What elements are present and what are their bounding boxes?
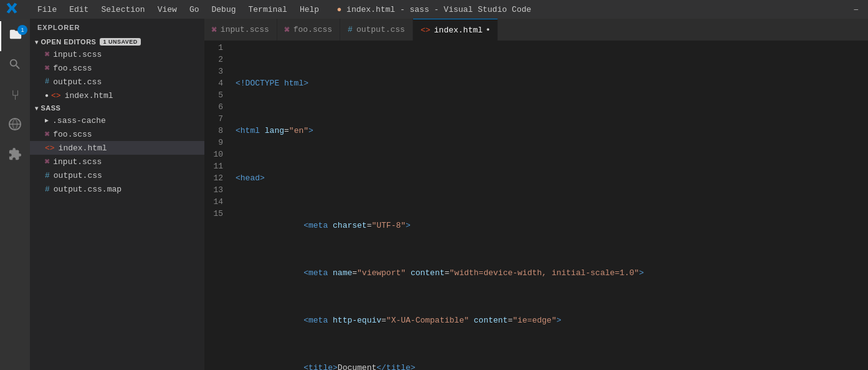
name-val: "viewport" [357,267,406,279]
http-attr: http-equiv [333,314,381,326]
sass-cache-folder[interactable]: ▶ .sass-cache [30,114,204,127]
open-editor-input-scss[interactable]: ⌘ input.scss [30,47,204,61]
sidebar: EXPLORER ▾ OPEN EDITORS 1 UNSAVED ⌘ inpu… [30,19,204,370]
file-name: foo.scss [53,64,92,73]
css-tab-icon: # [348,25,353,34]
open-editors-label: OPEN EDITORS [41,38,97,46]
line-num-2: 2 [204,54,223,66]
line-num-14: 14 [204,196,223,208]
code-line-1: <!DOCTYPE html> [229,77,868,89]
menu-go[interactable]: Go [184,4,204,16]
activity-remote[interactable] [0,111,30,141]
tab-input-scss[interactable]: ⌘ input.scss [204,19,277,41]
doctype-tag: <!DOCTYPE [236,77,284,89]
code-line-5: <meta name="viewport" content="width=dev… [229,267,868,279]
content2-attr: content [474,314,508,326]
meta2-open: <meta [303,267,333,279]
sass-section[interactable]: ▾ SASS [30,102,204,114]
open-editor-index-html[interactable]: ● <> index.html [30,89,204,102]
line-num-10: 10 [204,148,223,160]
open-editor-foo-scss[interactable]: ⌘ foo.scss [30,61,204,75]
meta3-open: <meta [303,314,333,326]
code-line-3: <head> [229,172,868,184]
sass-output-css-map[interactable]: # output.css.map [30,182,204,196]
sass-index-html[interactable]: <> index.html [30,141,204,155]
activity-explorer[interactable]: 1 [0,21,30,51]
line-num-15: 15 [204,208,223,220]
search-icon [8,57,22,75]
scss-icon: ⌘ [45,157,49,167]
menu-file[interactable]: File [32,4,62,16]
menu-bar: File Edit Selection View Go Debug Termin… [32,4,324,16]
menu-edit[interactable]: Edit [64,4,93,16]
open-editors-section[interactable]: ▾ OPEN EDITORS 1 UNSAVED [30,36,204,47]
eq3: = [445,267,450,279]
equals: = [284,125,289,137]
meta3-close: > [556,314,561,326]
lang-value: "en" [289,125,308,137]
tab-label: output.css [356,25,405,34]
code-line-4: <meta charset="UTF-8"> [229,220,868,231]
menu-debug[interactable]: Debug [206,4,241,16]
titlebar: File Edit Selection View Go Debug Termin… [0,0,868,19]
html-tab-icon: <> [421,26,431,35]
sass-foo-scss[interactable]: ⌘ foo.scss [30,127,204,141]
line-num-6: 6 [204,101,223,113]
doctype-html: html [284,77,303,89]
code-editor: 1 2 3 4 5 6 7 8 9 10 11 12 13 14 15 <!DO… [204,41,868,370]
css-icon: # [45,185,50,194]
menu-help[interactable]: Help [295,4,324,16]
git-icon: ⑂ [11,89,19,104]
eq4: = [381,314,386,326]
file-name: index.html [59,144,107,153]
file-name: index.html [65,91,113,100]
menu-selection[interactable]: Selection [96,4,150,16]
window-controls: — [850,4,862,14]
sass-label: SASS [41,104,61,112]
html-icon: <> [51,91,61,100]
head-open: <head> [236,172,265,184]
scss-tab-icon: ⌘ [212,25,217,35]
sass-input-scss[interactable]: ⌘ input.scss [30,155,204,168]
tab-label: index.html [434,26,483,35]
activity-source-control[interactable]: ⑂ [0,81,30,111]
lang-attr: lang [265,125,284,137]
meta-open: <meta [303,220,333,231]
menu-terminal[interactable]: Terminal [244,4,292,16]
menu-view[interactable]: View [153,4,182,16]
scss-icon: ⌘ [45,130,49,139]
open-editor-output-css[interactable]: # output.css [30,75,204,89]
eq: = [367,220,372,231]
html-close-bracket: > [308,125,313,137]
unsaved-badge: 1 UNSAVED [100,38,140,46]
tabs-bar: ⌘ input.scss ⌘ foo.scss # output.css <> … [204,19,868,41]
line-num-3: 3 [204,66,223,77]
doctype-close: > [303,77,308,89]
charset-val: "UTF-8" [371,220,406,231]
tab-index-html[interactable]: <> index.html ● [413,19,498,41]
line-num-12: 12 [204,172,223,184]
tab-label: foo.scss [293,25,332,34]
code-line-2: <html lang="en"> [229,125,868,137]
tab-label: input.scss [221,25,269,34]
activity-extensions[interactable] [0,141,30,171]
tab-output-css[interactable]: # output.css [340,19,413,41]
title-open: <title> [303,362,338,370]
modified-indicator: ● [45,92,49,99]
line-num-7: 7 [204,113,223,125]
content2-val: "ie=edge" [513,314,556,326]
file-name: input.scss [53,157,102,167]
tab-foo-scss[interactable]: ⌘ foo.scss [277,19,340,41]
code-content[interactable]: <!DOCTYPE html> <html lang="en"> <head> … [229,41,868,370]
content-attr: content [411,267,445,279]
line-num-1: 1 [204,42,223,54]
activity-search[interactable] [0,51,30,81]
minimize-button[interactable]: — [850,4,862,14]
http-val: "X-UA-Compatible" [386,314,469,326]
scss-tab-icon: ⌘ [285,25,290,35]
scss-icon: ⌘ [45,50,49,59]
space2 [469,314,474,326]
sass-output-css[interactable]: # output.css [30,168,204,182]
title-close: </title> [376,362,415,370]
line-num-4: 4 [204,77,223,89]
